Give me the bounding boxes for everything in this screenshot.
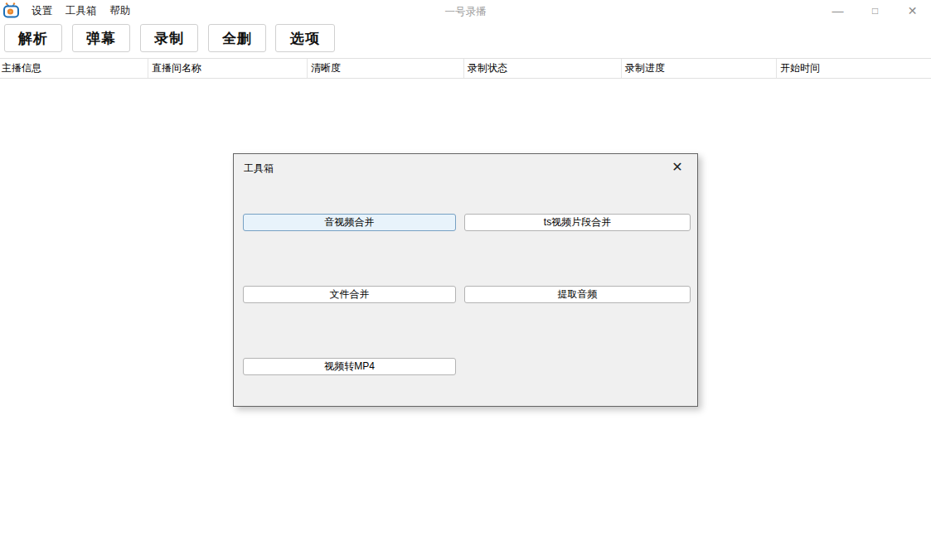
stream-table-header: 主播信息 直播间名称 清晰度 录制状态 录制进度 开始时间 — [0, 58, 931, 79]
merge-files-button[interactable]: 文件合并 — [243, 286, 456, 303]
merge-audio-video-button[interactable]: 音视频合并 — [243, 214, 456, 231]
convert-to-mp4-button[interactable]: 视频转MP4 — [243, 358, 456, 375]
titlebar: 设置 工具箱 帮助 一号录播 — □ ✕ — [0, 0, 931, 22]
column-header-start-time[interactable]: 开始时间 — [776, 59, 931, 78]
column-header-record-progress[interactable]: 录制进度 — [621, 59, 776, 78]
menu-item-settings[interactable]: 设置 — [25, 1, 59, 22]
menu-item-help[interactable]: 帮助 — [104, 1, 138, 22]
column-header-room-name[interactable]: 直播间名称 — [148, 59, 307, 78]
column-header-streamer-info[interactable]: 主播信息 — [0, 59, 148, 78]
app-logo-tv-icon — [3, 2, 20, 19]
toolbox-dialog-title: 工具箱 — [244, 162, 274, 176]
menu-bar: 设置 工具箱 帮助 — [25, 1, 138, 22]
delete-all-button[interactable]: 全删 — [208, 24, 266, 52]
maximize-button[interactable]: □ — [856, 0, 894, 22]
merge-ts-segments-button[interactable]: ts视频片段合并 — [464, 214, 691, 231]
record-button[interactable]: 录制 — [140, 24, 198, 52]
parse-button[interactable]: 解析 — [4, 24, 62, 52]
menu-item-toolbox[interactable]: 工具箱 — [59, 1, 104, 22]
minimize-button[interactable]: — — [819, 0, 856, 22]
toolbox-dialog: 工具箱 ✕ 音视频合并 ts视频片段合并 文件合并 提取音频 视频转MP4 — [233, 153, 698, 407]
danmaku-button[interactable]: 弹幕 — [72, 24, 130, 52]
window-controls: — □ ✕ — [819, 0, 931, 22]
extract-audio-button[interactable]: 提取音频 — [464, 286, 691, 303]
toolbox-close-icon[interactable]: ✕ — [669, 158, 686, 175]
close-button[interactable]: ✕ — [894, 0, 931, 22]
column-header-record-status[interactable]: 录制状态 — [463, 59, 621, 78]
column-header-quality[interactable]: 清晰度 — [307, 59, 463, 78]
options-button[interactable]: 选项 — [275, 24, 335, 52]
toolbar: 解析 弹幕 录制 全删 选项 — [0, 22, 931, 57]
window-title: 一号录播 — [445, 5, 487, 19]
